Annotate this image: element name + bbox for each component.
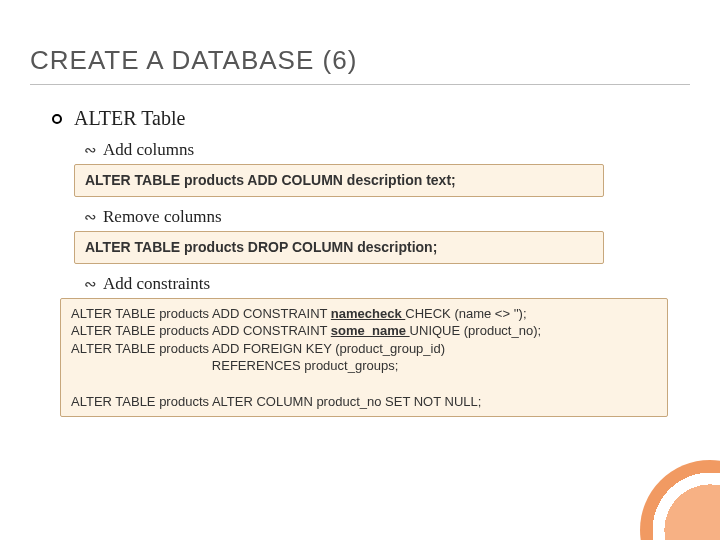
ring-bullet-icon xyxy=(52,114,62,124)
lvl2-label: Add constraints xyxy=(103,274,210,294)
list-item-add-columns: ∾ Add columns xyxy=(84,140,690,160)
code-line: CHECK (name <> ''); xyxy=(405,306,526,321)
code-line: ALTER TABLE products ADD CONSTRAINT xyxy=(71,323,331,338)
code-line xyxy=(71,376,75,391)
slide: CREATE A DATABASE (6) ALTER Table ∾ Add … xyxy=(0,0,720,540)
code-text: ALTER TABLE products DROP COLUMN descrip… xyxy=(85,239,437,255)
lvl2-label: Remove columns xyxy=(103,207,222,227)
code-block-add-column: ALTER TABLE products ADD COLUMN descript… xyxy=(74,164,604,197)
code-line: ALTER TABLE products ADD FOREIGN KEY (pr… xyxy=(71,341,445,356)
lvl2-label: Add columns xyxy=(103,140,194,160)
code-text: ALTER TABLE products ADD COLUMN descript… xyxy=(85,172,456,188)
squiggle-bullet-icon: ∾ xyxy=(84,275,95,293)
list-item-remove-columns: ∾ Remove columns xyxy=(84,207,690,227)
code-block-constraints: ALTER TABLE products ADD CONSTRAINT name… xyxy=(60,298,668,417)
code-block-drop-column: ALTER TABLE products DROP COLUMN descrip… xyxy=(74,231,604,264)
squiggle-bullet-icon: ∾ xyxy=(84,141,95,159)
page-title: CREATE A DATABASE (6) xyxy=(30,45,690,85)
constraint-name: namecheck xyxy=(331,306,405,321)
lvl1-label: ALTER Table xyxy=(74,107,185,130)
squiggle-bullet-icon: ∾ xyxy=(84,208,95,226)
constraint-name: some_name xyxy=(331,323,410,338)
code-line: REFERENCES product_groups; xyxy=(71,358,398,373)
decorative-arc-icon xyxy=(640,460,720,540)
code-line: ALTER TABLE products ALTER COLUMN produc… xyxy=(71,394,481,409)
list-item-add-constraints: ∾ Add constraints xyxy=(84,274,690,294)
code-line: ALTER TABLE products ADD CONSTRAINT xyxy=(71,306,331,321)
list-item-alter-table: ALTER Table xyxy=(52,107,690,130)
code-line: UNIQUE (product_no); xyxy=(410,323,542,338)
